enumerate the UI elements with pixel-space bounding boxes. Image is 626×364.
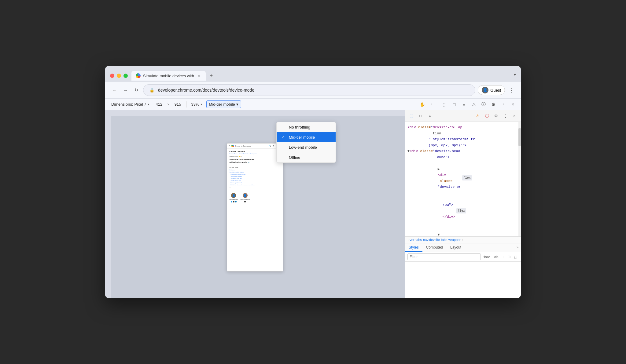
new-tab-button[interactable]: + [207,71,215,80]
device-mode-icon: □ [453,102,455,107]
panel-error-btn[interactable]: ⓘ [483,112,491,120]
panel-error-icon: ⓘ [485,113,489,119]
close-icon: × [512,102,514,107]
profile-button[interactable]: 👤 Guest [478,85,505,95]
forward-button[interactable]: → [121,86,130,94]
device-mode-button[interactable]: □ [450,100,458,109]
toc-item-type: Set the device type [230,180,281,182]
profile-label: Guest [490,88,501,93]
pan-tool-button[interactable]: ✋ [418,100,426,109]
panel-chevron-btn[interactable]: » [426,112,434,120]
warning-button[interactable]: ⚠ [470,100,478,109]
panel-more-btn[interactable]: ⋮ [501,112,509,120]
device-dropdown-arrow: ▾ [148,103,149,106]
was-this-helpful: Was this helpful? 👍 ✎ [230,155,281,157]
breadcrumb-home: Home [230,153,233,155]
breadcrumb-docs: Docs [234,153,237,155]
panel-inspect-icon: ⬚ [410,114,413,118]
throttle-option-no-throttling[interactable]: No throttling [277,122,336,132]
offline-label: Offline [289,155,300,160]
tab-styles[interactable]: Styles [405,243,422,252]
breadcrumb-next-arrow[interactable]: › [462,238,463,242]
toc-item-media: Show media queries [230,175,281,177]
error-button[interactable]: ⓘ [479,100,488,109]
dom-line-4b: ound"> [407,154,518,160]
devtools-more-button[interactable]: ⋮ [499,100,507,109]
settings-button[interactable]: ⚙ [489,100,498,109]
breadcrumb-prev-arrow[interactable]: ‹ [407,238,408,242]
throttle-option-offline[interactable]: Offline [277,152,336,162]
title-bar: Simulate mobile devices with × + ▾ [105,66,521,82]
panel-inspect-btn[interactable]: ⬚ [407,112,415,120]
browser-more-button[interactable]: ⋮ [507,86,516,94]
author1-social [231,201,237,202]
filter-input[interactable] [407,253,481,260]
maximize-button[interactable] [123,74,128,78]
author1-avatar: 👤 [231,193,236,198]
security-icon: 🔒 [148,86,156,94]
vertical-scrollbar[interactable] [518,122,521,236]
cls-button[interactable]: .cls [492,254,500,259]
hov-button[interactable]: :hov [482,254,491,259]
close-devtools-button[interactable]: × [509,100,517,109]
tab-dropdown-button[interactable]: ▾ [514,72,516,77]
minimize-button[interactable] [117,74,121,78]
panel-warning-btn[interactable]: ⚠ [474,112,482,120]
panel-close-btn[interactable]: × [510,112,518,120]
twitter-icon [231,201,232,202]
divider [186,101,186,107]
toc-ellipsis: ... [230,186,281,188]
panel-device-btn[interactable]: □ [417,112,425,120]
devtools-panel: ⬚ □ » ⚠ ⓘ ⚙ ⋮ [405,110,521,298]
panel-more-button[interactable]: » [460,100,468,109]
address-bar[interactable]: 🔒 developer.chrome.com/docs/devtools/dev… [143,84,475,96]
inspect-button[interactable]: ⬚ [440,100,449,109]
breadcrumb-devtools: Chrome DevTools [239,153,249,155]
dom-viewer[interactable]: <div class= "devsite-collap tion " style… [405,122,521,236]
new-style-rule-button[interactable]: ⊞ [506,254,512,260]
traffic-lights [110,74,128,78]
width-section[interactable]: 412 [153,99,165,110]
breadcrumb-nav-wrapper[interactable]: nav.devsite-tabs-wrapper [423,238,461,242]
dom-line-3: (0px, 0px, 0px);"> [407,142,518,148]
mid-tier-label: Mid-tier mobile [289,135,315,140]
tab-favicon [136,73,141,78]
vertical-scrollbar-thumb[interactable] [518,128,521,146]
viewport-area: ≡ Chrome for Developers 🔍 ✦ Sign in Chro… [105,110,405,298]
settings-icon: ✦ [273,145,274,147]
more-options-button[interactable]: ⋮ [428,100,436,109]
toggle-element-state-button[interactable]: ⬚ [513,254,518,260]
mobile-breadcrumb: Home › Docs › Chrome DevTools › More pan… [230,153,281,155]
mobile-page-h1: Simulate mobile devices with device mode… [230,158,281,164]
styles-more-button[interactable]: » [514,243,521,252]
breadcrumb-ver-tabs[interactable]: ver-tabs [410,238,422,242]
dimensions-section[interactable]: Dimensions: Pixel 7 ▾ [109,99,152,110]
reload-button[interactable]: ↻ [132,86,141,94]
gear-icon: ⚙ [492,102,495,107]
toc-item-limitations: Limitations [230,169,281,171]
throttle-option-mid-tier[interactable]: ✓ Mid-tier mobile [277,132,336,142]
throttle-option-low-end[interactable]: Low-end mobile [277,142,336,152]
close-button[interactable] [110,74,114,78]
mobile-device-frame: ≡ Chrome for Developers 🔍 ✦ Sign in Chro… [227,143,283,271]
dom-line-4: ▼ <div class= "devsite-head [407,148,518,154]
add-style-button[interactable]: + [501,254,505,259]
back-icon: ← [112,88,117,93]
warning-icon: ⚠ [472,102,476,107]
panel-settings-btn[interactable]: ⚙ [492,112,500,120]
panel-toolbar: ⬚ □ » ⚠ ⓘ ⚙ ⋮ [405,110,521,122]
active-tab[interactable]: Simulate mobile devices with × [131,71,206,81]
tab-title: Simulate mobile devices with [143,74,194,78]
back-button[interactable]: ← [110,86,119,94]
tab-layout[interactable]: Layout [447,243,465,252]
height-section[interactable]: 915 [172,99,184,110]
hamburger-icon: ≡ [229,145,230,147]
tab-computed[interactable]: Computed [422,243,447,252]
tab-close-button[interactable]: × [197,73,201,78]
panel-warning-icon: ⚠ [476,114,480,118]
zoom-section[interactable]: 33% ▾ [189,99,204,110]
throttle-button[interactable]: Mid-tier mobile ▾ [206,100,241,108]
chevron-right-icon: » [463,102,465,107]
author2-name: Sofia Emelianova [240,198,250,200]
dom-line-5b: row"> ··· </div> flex [407,196,518,226]
